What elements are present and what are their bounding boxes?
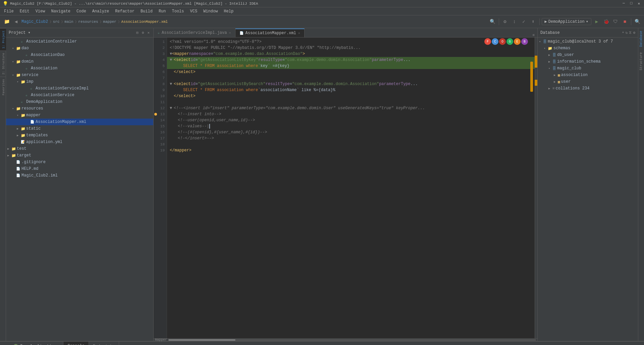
db-magicclub[interactable]: ▾ 🗄 magic_club	[538, 65, 638, 72]
minimize-panel-button[interactable]: —	[638, 344, 641, 345]
menu-run[interactable]: Run	[156, 8, 169, 14]
db-collations[interactable]: ▶ ≡ collations 234	[538, 85, 638, 92]
add-datasource-button[interactable]: +	[622, 30, 624, 35]
tree-item-gitignore[interactable]: 📄 .gitignore	[6, 159, 153, 165]
tree-item-association[interactable]: ☕ Association	[6, 65, 153, 72]
tab-associationmapper[interactable]: 📄 AssociationMapper.xml ✕	[235, 28, 305, 37]
bottom-tab-console[interactable]: Console	[63, 342, 89, 345]
tree-item-associationmapper[interactable]: 📄 AssociationMapper.xml	[6, 119, 153, 125]
tree-item-templates[interactable]: ▶ 📁 templates	[6, 132, 153, 139]
db-table-association[interactable]: ▶ ▦ association	[538, 72, 638, 78]
menu-window[interactable]: Window	[201, 8, 220, 14]
menu-tools[interactable]: Tools	[169, 8, 187, 14]
menu-bar: File Edit View Navigate Code Analyze Ref…	[0, 7, 644, 15]
collapse-all-button[interactable]: ⊟	[135, 30, 140, 35]
db-table-user[interactable]: ▶ ▦ user	[538, 78, 638, 85]
code-content[interactable]: F C O G E B <?xml version="1.0" encoding…	[167, 38, 535, 338]
tab-favorites[interactable]: Favorites	[0, 77, 6, 97]
tab-structure[interactable]: 2: Structure	[0, 51, 6, 77]
tree-item-resources[interactable]: ▾ 📁 resources	[6, 105, 153, 112]
run-with-coverage[interactable]: 🛡	[611, 18, 620, 26]
db-icon: 🗄	[552, 60, 556, 64]
tree-item-associationdao[interactable]: ☕ AssociationDao	[6, 52, 153, 58]
menu-build[interactable]: Build	[138, 8, 155, 14]
tree-item-associationservice[interactable]: ☕ AssociationService	[6, 92, 153, 98]
settings-sidebar-button[interactable]: ⚙	[141, 30, 145, 35]
fold-icon[interactable]: ▼	[170, 82, 174, 86]
close-sidebar-button[interactable]: ✕	[146, 30, 151, 35]
db-dbuser[interactable]: ▶ 🗄 db_user	[538, 52, 638, 58]
push-button[interactable]: ⬆	[529, 18, 537, 26]
menu-vcs[interactable]: VCS	[187, 8, 200, 14]
tree-item-magiciml[interactable]: 📄 Magic_Club2.iml	[6, 172, 153, 179]
breadcrumb-src[interactable]: src	[53, 20, 60, 24]
db-connection[interactable]: ▾ 🗄 magic_club@localhost 3 of 7	[538, 38, 638, 45]
breadcrumb-mapper[interactable]: mapper	[103, 20, 116, 24]
tree-item-associationcontroller[interactable]: ☕ AssociationController	[6, 38, 153, 45]
breadcrumb-main[interactable]: main	[64, 20, 73, 24]
commit-button[interactable]: ✓	[520, 18, 528, 26]
tab-close-button[interactable]: ✕	[229, 31, 231, 35]
db-infschema[interactable]: ▶ 🗄 information_schema	[538, 58, 638, 65]
fold-icon[interactable]: ▼	[170, 52, 172, 56]
menu-edit[interactable]: Edit	[17, 8, 32, 14]
tree-item-domin[interactable]: ▾ 📁 domin	[6, 58, 153, 65]
tree-item-helpmd[interactable]: 📄 HELP.md	[6, 165, 153, 172]
settings-run-button[interactable]: ⚙	[633, 343, 637, 345]
tab-project[interactable]: 1: Project	[0, 28, 6, 51]
menu-view[interactable]: View	[33, 8, 48, 14]
code-line-17: <!-</insert>-->	[167, 135, 535, 141]
tree-item-target[interactable]: ▶ 📁 target	[6, 152, 153, 159]
editor-scrollbar[interactable]: mapper	[154, 338, 537, 341]
code-text: =	[282, 58, 285, 62]
close-button[interactable]: ✕	[636, 1, 641, 6]
breadcrumb-resources[interactable]: resources	[78, 20, 98, 24]
menu-help[interactable]: Help	[221, 8, 236, 14]
minimize-button[interactable]: ─	[621, 1, 626, 6]
tree-item-imp[interactable]: ▾ 📁 imp	[6, 78, 153, 85]
bottom-tab-endpoints[interactable]: Endpoints	[89, 342, 119, 345]
tree-item-applicationyml[interactable]: 📝 application.yml	[6, 139, 153, 145]
filter-db-button[interactable]: ⧖	[629, 30, 632, 35]
editor-settings-icon[interactable]: ≡	[532, 33, 535, 37]
tree-item-service[interactable]: ▾ 📁 service	[6, 72, 153, 78]
tree-item-associationserviceimpl[interactable]: ☕ AssociationServiceImpl	[6, 85, 153, 92]
tree-item-static[interactable]: ▶ 📁 static	[6, 125, 153, 132]
tree-item-demoapplication[interactable]: ☕ DemoApplication	[6, 98, 153, 105]
tab-associationserviceimpl[interactable]: ☕ AssociationServiceImpl.java ✕	[154, 28, 235, 37]
tree-item-test[interactable]: ▶ 📁 test	[6, 145, 153, 152]
menu-code[interactable]: Code	[74, 8, 89, 14]
stop-button[interactable]: ■	[621, 18, 629, 26]
vert-tab-structure[interactable]: Structure	[639, 50, 644, 73]
left-vertical-tabs: 1: Project 2: Structure Favorites	[0, 28, 6, 341]
menu-file[interactable]: File	[1, 8, 16, 14]
scroll-thumb[interactable]	[168, 339, 235, 341]
maximize-button[interactable]: □	[629, 1, 634, 6]
back-button[interactable]: ◀	[12, 18, 20, 26]
menu-refactor[interactable]: Refactor	[112, 8, 137, 14]
settings-db-button[interactable]: ⚙	[633, 30, 635, 35]
vert-tab-database[interactable]: Database	[639, 28, 644, 50]
search-everywhere-button[interactable]: 🔍	[489, 18, 497, 26]
fold-icon[interactable]: ▼	[170, 106, 174, 111]
run-config-dropdown[interactable]: ▶ DemoApplication ▾	[542, 18, 592, 25]
settings-button[interactable]: ⚙	[501, 18, 509, 26]
run-button[interactable]: ▶	[593, 18, 601, 26]
tab-close-button[interactable]: ✕	[298, 31, 300, 35]
breadcrumb-project[interactable]: Magic_Club2	[21, 19, 48, 24]
java-file-icon: ☕	[30, 86, 36, 90]
folder-icon: 📁	[16, 46, 21, 51]
search-button[interactable]: 🔍	[633, 18, 641, 26]
db-schemas[interactable]: ▾ 📁 schemas	[538, 45, 638, 52]
breadcrumb-sep1: ❯	[49, 19, 52, 24]
menu-navigate[interactable]: Navigate	[48, 8, 73, 14]
fold-icon[interactable]: ▼	[170, 58, 174, 62]
refresh-db-button[interactable]: ↻	[626, 30, 628, 35]
menu-analyze[interactable]: Analyze	[90, 8, 112, 14]
line-num-12: 12	[154, 105, 167, 111]
tree-item-dao[interactable]: ▾ 📁 dao	[6, 45, 153, 52]
scroll-track[interactable]	[168, 339, 536, 341]
tree-item-mapper[interactable]: ▾ 📁 mapper	[6, 112, 153, 119]
debug-button[interactable]: 🐞	[602, 18, 610, 26]
git-button[interactable]: ↕	[511, 18, 519, 26]
